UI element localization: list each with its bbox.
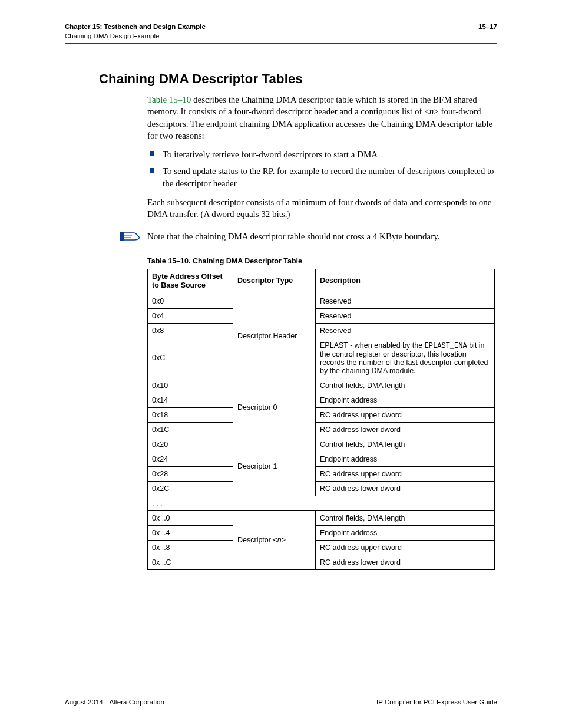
note-block: Note that the chaining DMA descriptor ta… xyxy=(65,230,497,242)
note-hand-icon xyxy=(120,232,140,242)
table-row: 0x8 Reserved xyxy=(148,323,495,338)
table-row: 0x28 RC address upper dword xyxy=(148,466,495,481)
paragraph: Each subsequent descriptor consists of a… xyxy=(147,196,497,220)
page-header: Chapter 15: Testbench and Design Example… xyxy=(65,22,497,41)
table-header: Descriptor Type xyxy=(233,269,316,294)
table-row: 0x ..8 RC address upper dword xyxy=(148,540,495,555)
reasons-list: To iteratively retrieve four-dword descr… xyxy=(147,149,497,189)
table-row: 0x0 Descriptor Header Reserved xyxy=(148,294,495,308)
table-ellipsis-row: . . . xyxy=(148,496,495,510)
svg-rect-0 xyxy=(120,232,124,241)
table-row: 0x ..0 Descriptor <n> Control fields, DM… xyxy=(148,510,495,525)
table-row: 0x18 RC address upper dword xyxy=(148,407,495,422)
page-footer: August 2014 Altera Corporation IP Compil… xyxy=(65,699,497,706)
descriptor-table: Byte Address Offset to Base Source Descr… xyxy=(147,269,495,570)
intro-paragraph: Table 15–10 describes the Chaining DMA d… xyxy=(147,94,497,141)
header-page-number: 15–17 xyxy=(478,22,497,32)
descriptor-type-cell: Descriptor 1 xyxy=(233,437,316,496)
header-rule xyxy=(65,43,497,44)
table-row: 0x14 Endpoint address xyxy=(148,393,495,407)
note-text: Note that the chaining DMA descriptor ta… xyxy=(147,230,439,242)
header-subtitle: Chaining DMA Design Example xyxy=(65,32,206,41)
table-row: 0xC EPLAST - when enabled by the EPLAST_… xyxy=(148,338,495,378)
footer-right: IP Compiler for PCI Express User Guide xyxy=(376,699,497,706)
table-row: 0x20 Descriptor 1 Control fields, DMA le… xyxy=(148,437,495,452)
descriptor-type-cell: Descriptor Header xyxy=(233,294,316,378)
header-chapter: Chapter 15: Testbench and Design Example xyxy=(65,22,206,32)
table-row: 0x24 Endpoint address xyxy=(148,452,495,466)
table-row: 0x2C RC address lower dword xyxy=(148,481,495,496)
table-row: 0x10 Descriptor 0 Control fields, DMA le… xyxy=(148,378,495,393)
table-caption: Table 15–10. Chaining DMA Descriptor Tab… xyxy=(147,257,497,265)
table-header: Byte Address Offset to Base Source xyxy=(148,269,233,294)
descriptor-type-cell: Descriptor <n> xyxy=(233,510,316,569)
table-reference-link[interactable]: Table 15–10 xyxy=(147,95,191,104)
footer-left: August 2014 Altera Corporation xyxy=(65,699,164,706)
list-item: To iteratively retrieve four-dword descr… xyxy=(147,149,497,160)
list-item: To send update status to the RP, for exa… xyxy=(147,165,497,189)
table-row: 0x4 Reserved xyxy=(148,308,495,323)
table-row: 0x ..C RC address lower dword xyxy=(148,555,495,569)
table-row: 0x1C RC address lower dword xyxy=(148,422,495,437)
descriptor-type-cell: Descriptor 0 xyxy=(233,378,316,437)
table-header: Description xyxy=(316,269,495,294)
section-heading: Chaining DMA Descriptor Tables xyxy=(99,71,497,87)
table-row: 0x ..4 Endpoint address xyxy=(148,525,495,540)
